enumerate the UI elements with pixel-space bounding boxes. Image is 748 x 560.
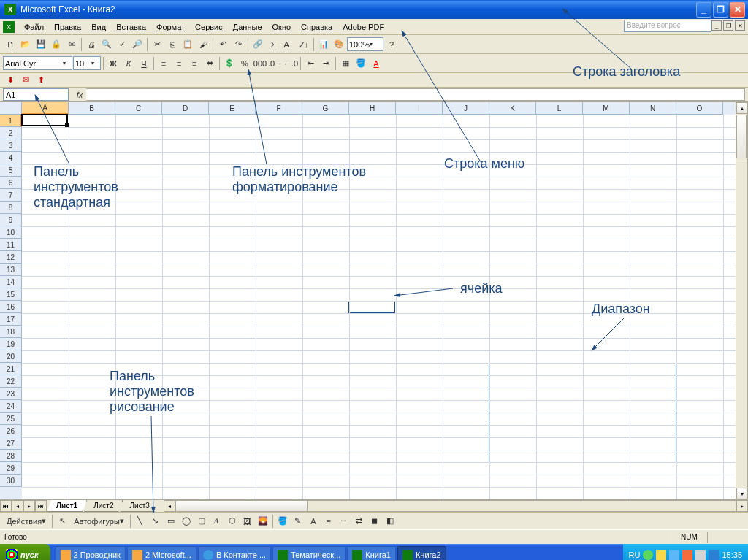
pdf-review-icon[interactable]: ⬆ [34,73,48,88]
mdi-restore[interactable]: ❐ [723,20,733,31]
tray-icon-6[interactable] [709,550,719,560]
menu-window[interactable]: Окно [267,21,297,33]
tray-icon-3[interactable] [669,550,679,560]
increase-indent-icon[interactable]: ⇥ [318,56,333,71]
help-search-input[interactable]: Введите вопрос [624,20,711,32]
borders-icon[interactable]: ▦ [338,56,353,71]
row-header-1[interactable]: 1 [0,115,22,127]
menu-data[interactable]: Данные [228,21,267,33]
mail-icon[interactable]: ✉ [64,37,79,52]
menu-edit[interactable]: Правка [49,21,86,33]
row-header-15[interactable]: 15 [0,288,22,301]
active-cell[interactable] [21,114,68,126]
row-header-21[interactable]: 21 [0,363,22,375]
row-header-18[interactable]: 18 [0,326,22,338]
hscroll-thumb[interactable] [176,501,308,511]
hyperlink-icon[interactable]: 🔗 [251,37,265,52]
permission-icon[interactable]: 🔒 [49,37,64,52]
start-button[interactable]: пуск [0,544,50,560]
font-size-combo[interactable]: 10▾ [73,56,101,70]
copy-icon[interactable]: ⎘ [165,37,180,52]
draw-actions-menu[interactable]: Действия ▾ [3,514,50,529]
row-header-27[interactable]: 27 [0,437,22,450]
column-headers[interactable]: ABCDEFGHIJKLMNO [22,102,736,115]
zoom-combo[interactable]: 100%▾ [347,37,383,51]
menu-insert[interactable]: Вставка [111,21,151,33]
wordart-icon[interactable]: 𝐴 [210,514,224,529]
comma-icon[interactable]: 000 [253,56,267,71]
tray-icon-1[interactable] [643,550,653,560]
undo-icon[interactable]: ↶ [215,37,230,52]
picture-icon[interactable]: 🌄 [256,514,270,529]
bold-icon[interactable]: Ж [106,56,121,71]
help-icon[interactable]: ? [384,37,399,52]
underline-icon[interactable]: Ч [137,56,151,71]
menu-format[interactable]: Формат [151,21,190,33]
sheet-tab-3[interactable]: Лист3 [120,500,159,512]
drawing-icon[interactable]: 🎨 [332,37,346,52]
save-icon[interactable]: 💾 [34,37,48,52]
row-header-25[interactable]: 25 [0,413,22,425]
row-header-2[interactable]: 2 [0,127,22,139]
dash-style-icon[interactable]: ┈ [337,514,351,529]
row-header-22[interactable]: 22 [0,375,22,388]
arrow-style-icon[interactable]: ⇄ [352,514,367,529]
row-header-30[interactable]: 30 [0,475,22,487]
col-header-O[interactable]: O [676,102,723,115]
taskbar-item[interactable]: Тематическ... [272,546,346,560]
row-header-4[interactable]: 4 [0,152,22,164]
row-header-20[interactable]: 20 [0,350,22,363]
row-header-3[interactable]: 3 [0,139,22,152]
cut-icon[interactable]: ✂ [150,37,164,52]
menu-file[interactable]: Файл [19,21,49,33]
open-icon[interactable]: 📂 [18,37,33,52]
preview-icon[interactable]: 🔍 [99,37,114,52]
sheet-tab-2[interactable]: Лист2 [84,500,123,512]
arrow-icon[interactable]: ↘ [148,514,163,529]
minimize-button[interactable]: _ [696,2,711,18]
formula-input[interactable] [86,88,745,101]
mdi-close[interactable]: ✕ [735,20,745,31]
select-all-corner[interactable] [0,102,22,115]
taskbar-item[interactable]: В Контакте ... [198,546,271,560]
tray-lang[interactable]: RU [629,551,641,559]
row-header-28[interactable]: 28 [0,450,22,462]
last-sheet-icon[interactable]: ⏭ [35,500,47,512]
col-header-N[interactable]: N [630,102,676,115]
col-header-D[interactable]: D [162,102,209,115]
col-header-L[interactable]: L [536,102,583,115]
oval-icon[interactable]: ◯ [179,514,194,529]
taskbar-item[interactable]: 2 Проводник [56,546,126,560]
row-header-24[interactable]: 24 [0,400,22,413]
col-header-K[interactable]: K [489,102,536,115]
scroll-up-icon[interactable]: ▴ [736,102,747,114]
italic-icon[interactable]: К [121,56,136,71]
name-box[interactable]: A1 [3,88,69,101]
fill-color-icon[interactable]: 🪣 [354,56,368,71]
autosum-icon[interactable]: Σ [266,37,280,52]
col-header-H[interactable]: H [349,102,396,115]
system-tray[interactable]: RU 15:35 [623,544,748,560]
textbox-icon[interactable]: ▢ [194,514,209,529]
decrease-indent-icon[interactable]: ⇤ [303,56,318,71]
scroll-right-icon[interactable]: ▸ [736,500,748,512]
maximize-button[interactable]: ❐ [713,2,728,18]
app-menu-icon[interactable]: X [3,21,15,33]
sort-desc-icon[interactable]: Z↓ [297,37,311,52]
row-header-10[interactable]: 10 [0,226,22,239]
row-header-16[interactable]: 16 [0,301,22,313]
col-header-A[interactable]: A [22,102,69,115]
taskbar-item[interactable]: Книга2 [397,546,446,560]
pdf-email-icon[interactable]: ✉ [18,73,33,88]
redo-icon[interactable]: ↷ [231,37,245,52]
currency-icon[interactable]: 💲 [222,56,237,71]
merge-center-icon[interactable]: ⬌ [202,56,217,71]
shadow-icon[interactable]: ◼ [367,514,382,529]
pdf-convert-icon[interactable]: ⬇ [3,73,18,88]
row-header-8[interactable]: 8 [0,202,22,214]
font-name-combo[interactable]: Arial Cyr▾ [3,56,72,70]
tray-icon-2[interactable] [656,550,666,560]
row-header-12[interactable]: 12 [0,251,22,264]
col-header-B[interactable]: B [69,102,115,115]
sheet-tab-1[interactable]: Лист1 [47,500,87,512]
